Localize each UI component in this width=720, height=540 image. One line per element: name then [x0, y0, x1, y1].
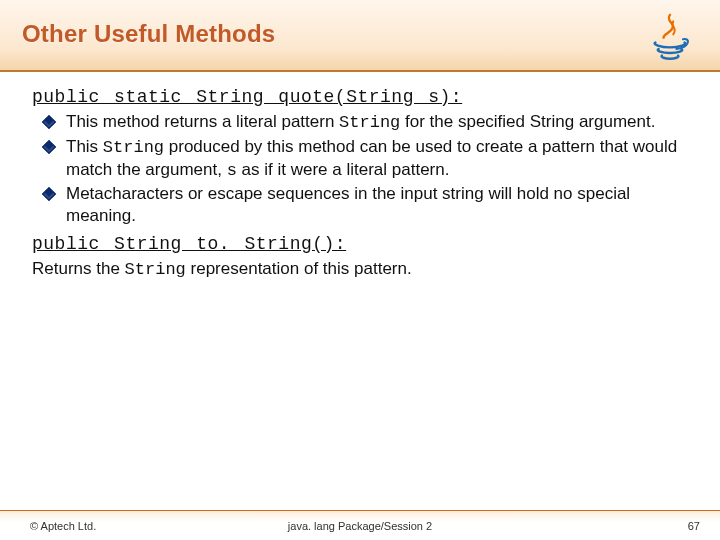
- slide-footer: © Aptech Ltd. java. lang Package/Session…: [0, 510, 720, 540]
- bullet-text: This: [66, 137, 103, 156]
- list-item: This String produced by this method can …: [40, 136, 688, 182]
- bullet-text: Metacharacters or escape sequences in th…: [66, 184, 630, 225]
- body-text: representation of this pattern.: [186, 259, 412, 278]
- bullet-text: for the specified String argument.: [400, 112, 655, 131]
- body-text: Returns the: [32, 259, 125, 278]
- footer-page-number: 67: [688, 520, 700, 532]
- code-inline: String: [103, 138, 164, 157]
- slide: Other Useful Methods public static Strin…: [0, 0, 720, 540]
- bullet-list: This method returns a literal pattern St…: [32, 111, 688, 227]
- list-item: This method returns a literal pattern St…: [40, 111, 688, 134]
- list-item: Metacharacters or escape sequences in th…: [40, 183, 688, 227]
- bullet-text: as if it were a literal pattern.: [237, 160, 450, 179]
- footer-copyright: © Aptech Ltd.: [30, 520, 96, 532]
- code-inline: s: [227, 161, 237, 180]
- bullet-text: This method returns a literal pattern: [66, 112, 339, 131]
- slide-body: public static String quote(String s): Th…: [0, 72, 720, 510]
- code-inline: String: [125, 260, 186, 279]
- body-line: Returns the String representation of thi…: [32, 258, 688, 281]
- slide-title: Other Useful Methods: [22, 20, 720, 48]
- footer-center: java. lang Package/Session 2: [0, 520, 720, 532]
- method-signature-quote: public static String quote(String s):: [32, 86, 688, 109]
- slide-header: Other Useful Methods: [0, 0, 720, 72]
- code-inline: String: [339, 113, 400, 132]
- method-signature-tostring: public String to. String():: [32, 233, 688, 256]
- java-logo-icon: [644, 10, 696, 62]
